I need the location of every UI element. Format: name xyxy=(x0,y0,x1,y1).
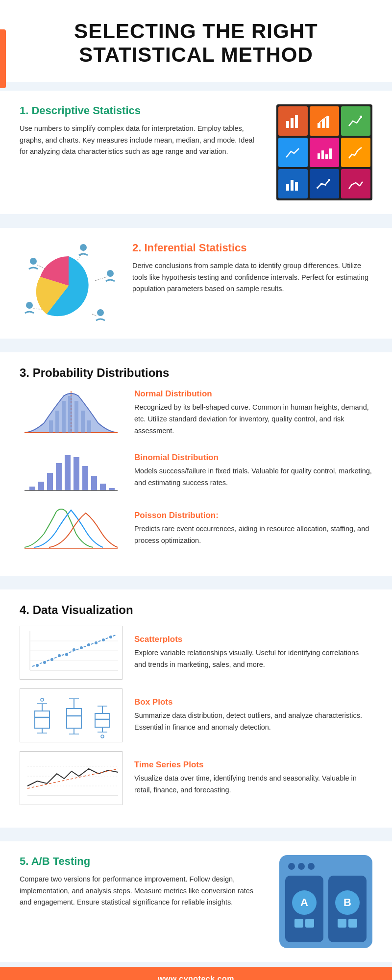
timeseries-body: Visualize data over time, identifying tr… xyxy=(134,773,372,796)
svg-rect-79 xyxy=(95,713,110,727)
svg-rect-31 xyxy=(62,401,66,433)
svg-rect-34 xyxy=(81,411,85,433)
svg-rect-9 xyxy=(329,148,332,159)
svg-rect-3 xyxy=(318,123,320,128)
ab-panels: A B xyxy=(285,876,367,942)
binomial-dist-subtitle: Binomial Distribution xyxy=(134,453,372,463)
section2-text: 2. Inferential Statistics Derive conclus… xyxy=(132,242,372,295)
svg-rect-44 xyxy=(100,484,106,490)
svg-rect-36 xyxy=(29,487,35,490)
svg-rect-10 xyxy=(286,184,289,191)
ab-sq-4 xyxy=(348,919,357,928)
viz-item-scatter: Scatterplots Explore variable relationsh… xyxy=(20,626,372,680)
section1-title: 1. Descriptive Statistics xyxy=(20,104,262,117)
ab-sq-3 xyxy=(338,919,346,928)
page-wrapper: Selecting the Right Statistical Method 1… xyxy=(0,0,392,980)
section5-image: A B xyxy=(279,855,372,948)
svg-point-17 xyxy=(80,244,87,251)
svg-rect-33 xyxy=(74,401,78,433)
page-title: Selecting the Right Statistical Method xyxy=(29,20,363,67)
prob-item-poisson: Poisson Distribution: Predicts rare even… xyxy=(20,504,372,553)
normal-dist-chart xyxy=(20,389,122,438)
svg-point-61 xyxy=(87,643,90,646)
section1-text: 1. Descriptive Statistics Use numbers to… xyxy=(20,104,262,158)
svg-rect-8 xyxy=(325,154,328,159)
svg-rect-66 xyxy=(35,711,49,728)
svg-point-13 xyxy=(317,187,318,189)
svg-point-57 xyxy=(58,654,61,657)
svg-point-63 xyxy=(102,638,105,641)
svg-rect-32 xyxy=(68,396,72,433)
section2-body: Derive conclusions from sample data to i… xyxy=(132,260,372,295)
svg-rect-35 xyxy=(87,420,91,433)
section1-body: Use numbers to simplify complex data for… xyxy=(20,123,262,158)
ab-panel-b: B xyxy=(328,876,367,942)
normal-dist-text: Normal Distribution Recognized by its be… xyxy=(134,389,372,437)
timeseries-subtitle: Time Series Plots xyxy=(134,760,372,770)
svg-rect-5 xyxy=(326,116,329,128)
svg-point-20 xyxy=(26,302,33,309)
svg-rect-29 xyxy=(49,420,53,433)
svg-rect-39 xyxy=(56,463,62,490)
svg-point-59 xyxy=(73,648,75,651)
section-abtesting: 5. A/B Testing Compare two versions for … xyxy=(0,841,392,962)
svg-point-58 xyxy=(65,653,68,656)
binomial-dist-chart xyxy=(20,446,122,495)
boxplot-text: Box Plots Summarize data distribution, d… xyxy=(134,697,372,734)
svg-rect-37 xyxy=(38,482,44,490)
boxplot-subtitle: Box Plots xyxy=(134,697,372,707)
svg-rect-42 xyxy=(82,466,88,490)
normal-dist-subtitle: Normal Distribution xyxy=(134,389,372,399)
scatter-subtitle: Scatterplots xyxy=(134,635,372,644)
svg-point-56 xyxy=(50,658,53,661)
scatterplot-chart xyxy=(20,626,122,680)
timeseries-text: Time Series Plots Visualize data over ti… xyxy=(134,760,372,796)
ab-sq-2 xyxy=(305,919,314,928)
section-dataviz: 4. Data Visualization xyxy=(0,589,392,828)
svg-point-62 xyxy=(95,641,98,644)
ab-dot-2 xyxy=(298,863,305,870)
svg-rect-7 xyxy=(321,150,324,159)
section1-image xyxy=(276,104,372,200)
ab-panel-a: A xyxy=(285,876,323,942)
svg-point-19 xyxy=(107,270,114,277)
scatter-body: Explore variable relationships visually.… xyxy=(134,647,372,671)
section5-title: 5. A/B Testing xyxy=(20,855,265,868)
svg-point-18 xyxy=(30,258,37,265)
svg-line-25 xyxy=(32,309,42,309)
svg-rect-11 xyxy=(291,180,294,191)
svg-rect-1 xyxy=(291,118,294,128)
section2-image xyxy=(20,242,118,325)
ab-dot-1 xyxy=(288,863,295,870)
svg-line-26 xyxy=(92,314,97,316)
svg-rect-12 xyxy=(295,182,298,191)
svg-line-23 xyxy=(36,265,45,269)
svg-rect-38 xyxy=(47,473,53,490)
viz-item-timeseries: Time Series Plots Visualize data over ti… xyxy=(20,751,372,805)
header-section: Selecting the Right Statistical Method xyxy=(0,0,392,82)
svg-rect-6 xyxy=(318,153,320,159)
binomial-dist-text: Binomial Distribution Models success/fai… xyxy=(134,453,372,489)
ab-circle-a: A xyxy=(292,890,317,915)
svg-rect-43 xyxy=(91,476,97,490)
svg-point-14 xyxy=(320,183,322,185)
section3-title: 3. Probability Distributions xyxy=(20,366,372,380)
section-inferential: 2. Inferential Statistics Derive conclus… xyxy=(0,228,392,339)
binomial-dist-body: Models success/failure in fixed trials. … xyxy=(134,466,372,489)
ab-top-dots xyxy=(285,861,367,872)
svg-point-71 xyxy=(41,698,44,701)
svg-point-16 xyxy=(328,179,330,181)
ab-squares-a xyxy=(294,919,314,928)
accent-bar xyxy=(0,29,6,88)
scatter-text: Scatterplots Explore variable relationsh… xyxy=(134,635,372,671)
section2-title: 2. Inferential Statistics xyxy=(132,242,372,254)
svg-rect-2 xyxy=(295,115,298,128)
ab-testing-illustration: A B xyxy=(279,855,372,948)
ab-sq-1 xyxy=(294,919,303,928)
svg-point-84 xyxy=(101,735,104,738)
section-probability: 3. Probability Distributions xyxy=(0,352,392,576)
svg-point-21 xyxy=(97,309,104,316)
svg-point-60 xyxy=(80,646,83,649)
svg-rect-40 xyxy=(65,455,71,490)
ab-squares-b xyxy=(338,919,357,928)
